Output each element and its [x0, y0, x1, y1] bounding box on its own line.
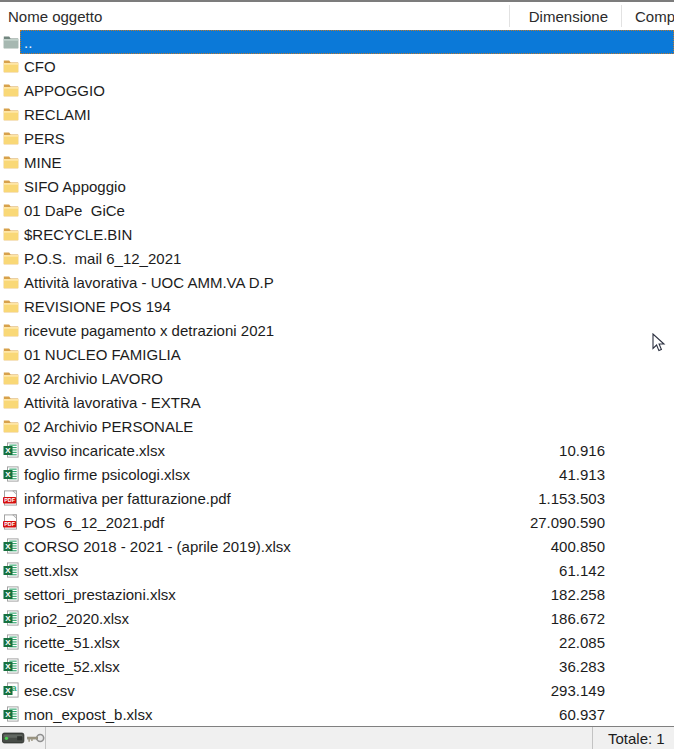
folder-row[interactable]: ..: [0, 30, 674, 54]
folder-row[interactable]: 02 Archivio LAVORO: [0, 366, 674, 390]
item-name: ese.csv: [24, 682, 75, 699]
file-list: ..CFOAPPOGGIORECLAMIPERSMINESIFO Appoggi…: [0, 30, 674, 726]
folder-row[interactable]: Attività lavorativa - UOC AMM.VA D.P: [0, 270, 674, 294]
folder-row[interactable]: REVISIONE POS 194: [0, 294, 674, 318]
svg-text:X: X: [5, 566, 11, 575]
folder-icon: [3, 178, 19, 194]
folder-row[interactable]: 01 NUCLEO FAMIGLIA: [0, 342, 674, 366]
file-row[interactable]: aXese.csv293.149: [0, 678, 674, 702]
excel-file-icon: X: [3, 586, 19, 602]
excel-file-icon: X: [3, 466, 19, 482]
item-name: ricevute pagamento x detrazioni 2021: [24, 322, 274, 339]
key-icon[interactable]: [27, 730, 45, 746]
folder-icon: [3, 298, 19, 314]
item-name: APPOGGIO: [24, 82, 105, 99]
folder-row[interactable]: P.O.S. mail 6_12_2021: [0, 246, 674, 270]
folder-icon: [3, 58, 19, 74]
file-row[interactable]: XCORSO 2018 - 2021 - (aprile 2019).xlsx4…: [0, 534, 674, 558]
folder-icon: [3, 418, 19, 434]
item-size: 36.283: [559, 654, 605, 678]
item-name: 02 Archivio LAVORO: [24, 370, 163, 387]
folder-row[interactable]: $RECYCLE.BIN: [0, 222, 674, 246]
item-name: 02 Archivio PERSONALE: [24, 418, 193, 435]
item-name: CFO: [24, 58, 56, 75]
item-name: $RECYCLE.BIN: [24, 226, 132, 243]
folder-icon: [3, 226, 19, 242]
column-separator[interactable]: [621, 5, 622, 27]
item-name: P.O.S. mail 6_12_2021: [24, 250, 181, 267]
file-row[interactable]: Xricette_52.xlsx36.283: [0, 654, 674, 678]
pdf-file-icon: PDF: [3, 514, 19, 530]
file-row[interactable]: PDFinformativa per fatturazione.pdf1.153…: [0, 486, 674, 510]
svg-text:PDF: PDF: [4, 521, 15, 527]
item-name: ..: [24, 34, 32, 51]
file-row[interactable]: PDFPOS 6_12_2021.pdf27.090.590: [0, 510, 674, 534]
excel-file-icon: X: [3, 610, 19, 626]
svg-text:X: X: [5, 446, 11, 455]
svg-text:X: X: [5, 590, 11, 599]
folder-row[interactable]: APPOGGIO: [0, 78, 674, 102]
folder-icon: [3, 154, 19, 170]
folder-row[interactable]: PERS: [0, 126, 674, 150]
status-bar-spacer: [46, 727, 592, 749]
folder-row[interactable]: Attività lavorativa - EXTRA: [0, 390, 674, 414]
excel-file-icon: X: [3, 538, 19, 554]
item-name: prio2_2020.xlsx: [24, 610, 129, 627]
item-name: avviso incaricate.xlsx: [24, 442, 165, 459]
file-row[interactable]: Xsett.xlsx61.142: [0, 558, 674, 582]
svg-text:X: X: [5, 614, 11, 623]
column-header-name[interactable]: Nome oggetto: [0, 2, 510, 30]
status-bar: Totale: 1: [0, 726, 674, 749]
svg-text:PDF: PDF: [4, 497, 15, 503]
item-size: 61.142: [559, 558, 605, 582]
archive-window: Nome oggetto Dimensione Compr ..CFOAPPOG…: [0, 0, 674, 749]
item-name: SIFO Appoggio: [24, 178, 126, 195]
item-name: POS 6_12_2021.pdf: [24, 514, 164, 531]
drive-icon[interactable]: [2, 730, 25, 746]
folder-row[interactable]: CFO: [0, 54, 674, 78]
item-size: 41.913: [559, 462, 605, 486]
item-name: mon_expost_b.xlsx: [24, 706, 152, 723]
csv-file-icon: aX: [3, 682, 19, 698]
folder-row[interactable]: 01 DaPe GiCe: [0, 198, 674, 222]
status-total-label: Totale: 1: [592, 727, 674, 749]
pdf-file-icon: PDF: [3, 490, 19, 506]
folder-row[interactable]: SIFO Appoggio: [0, 174, 674, 198]
item-name: settori_prestazioni.xlsx: [24, 586, 176, 603]
folder-icon: [3, 130, 19, 146]
file-row[interactable]: Xavviso incaricate.xlsx10.916: [0, 438, 674, 462]
column-header-size[interactable]: Dimensione: [510, 2, 622, 30]
folder-icon: [3, 370, 19, 386]
excel-file-icon: X: [3, 562, 19, 578]
file-row[interactable]: Xmon_expost_b.xlsx60.937: [0, 702, 674, 726]
folder-row[interactable]: MINE: [0, 150, 674, 174]
folder-icon: [3, 322, 19, 338]
file-row[interactable]: Xprio2_2020.xlsx186.672: [0, 606, 674, 630]
column-separator[interactable]: [509, 5, 510, 27]
item-name: informativa per fatturazione.pdf: [24, 490, 231, 507]
selection-highlight: [20, 30, 674, 54]
item-name: RECLAMI: [24, 106, 91, 123]
column-header-compressed[interactable]: Compr: [622, 2, 674, 30]
file-row[interactable]: Xsettori_prestazioni.xlsx182.258: [0, 582, 674, 606]
item-name: MINE: [24, 154, 62, 171]
item-size: 1.153.503: [538, 486, 605, 510]
svg-text:X: X: [5, 470, 11, 479]
folder-icon: [3, 250, 19, 266]
item-size: 27.090.590: [530, 510, 605, 534]
file-row[interactable]: Xfoglio firme psicologi.xlsx41.913: [0, 462, 674, 486]
excel-file-icon: X: [3, 634, 19, 650]
folder-icon: [3, 394, 19, 410]
folder-row[interactable]: 02 Archivio PERSONALE: [0, 414, 674, 438]
status-icons: [0, 727, 46, 749]
item-name: Attività lavorativa - UOC AMM.VA D.P: [24, 274, 274, 291]
file-row[interactable]: Xricette_51.xlsx22.085: [0, 630, 674, 654]
item-name: ricette_52.xlsx: [24, 658, 120, 675]
item-size: 400.850: [551, 534, 605, 558]
svg-text:X: X: [5, 686, 11, 695]
item-size: 60.937: [559, 702, 605, 726]
folder-icon: [3, 202, 19, 218]
column-header-bar: Nome oggetto Dimensione Compr: [0, 2, 674, 30]
folder-row[interactable]: RECLAMI: [0, 102, 674, 126]
folder-row[interactable]: ricevute pagamento x detrazioni 2021: [0, 318, 674, 342]
